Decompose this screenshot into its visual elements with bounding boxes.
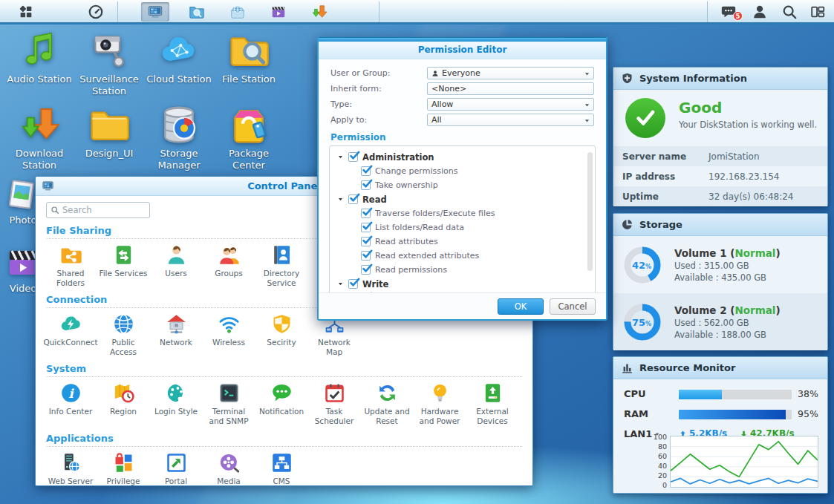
widget-title: Storage bbox=[639, 219, 682, 230]
field-value: All bbox=[431, 115, 442, 125]
field-control[interactable]: <None> bbox=[427, 82, 594, 95]
status-text: Good bbox=[679, 99, 722, 117]
taskbar-app-download-station[interactable] bbox=[305, 2, 333, 22]
cp-item-update-and-reset[interactable]: Update and Reset bbox=[362, 382, 411, 425]
desktop-icon[interactable]: File Station bbox=[214, 30, 284, 104]
info-label: Uptime bbox=[613, 192, 708, 202]
cp-item-privilege[interactable]: Privilege bbox=[99, 451, 148, 485]
permission-row[interactable]: Traverse folders/Execute files bbox=[330, 206, 595, 220]
permission-group-row[interactable]: Administration bbox=[330, 150, 595, 164]
cp-item-directory-service[interactable]: Directory Service bbox=[257, 243, 306, 287]
dashboard-button[interactable] bbox=[82, 2, 110, 22]
dialog-title: Permission Editor bbox=[319, 45, 606, 55]
item-icon bbox=[376, 382, 399, 405]
permission-tree: Administration Change permissions Take o… bbox=[329, 145, 596, 296]
cp-item-task-scheduler[interactable]: Task Scheduler bbox=[310, 382, 359, 425]
desktop-icon[interactable]: Surveillance Station bbox=[74, 30, 144, 104]
checkbox-checked[interactable] bbox=[348, 152, 358, 162]
dialog-footer: OK Cancel bbox=[319, 292, 606, 319]
checkbox-checked[interactable] bbox=[361, 223, 371, 232]
collapse-arrow-icon[interactable] bbox=[337, 154, 344, 160]
cp-item-info-center[interactable]: i Info Center bbox=[46, 382, 95, 425]
ok-button[interactable]: OK bbox=[498, 298, 544, 315]
desktop-icon[interactable]: Download Station bbox=[4, 104, 74, 178]
cp-item-region[interactable]: Region bbox=[99, 382, 148, 425]
field-control[interactable]: Allow bbox=[427, 98, 594, 111]
collapse-arrow-icon[interactable] bbox=[337, 196, 344, 203]
item-icon: i bbox=[59, 382, 82, 405]
item-label: Media Library bbox=[204, 477, 253, 485]
taskbar-app-package-center[interactable] bbox=[224, 2, 252, 22]
desktop-icon[interactable]: Storage Manager bbox=[144, 104, 214, 178]
pilot-view-icon bbox=[809, 4, 826, 20]
item-icon bbox=[323, 382, 346, 405]
permission-label: Read extended attributes bbox=[375, 251, 479, 261]
permission-row[interactable]: List folders/Read data bbox=[330, 220, 595, 235]
checkbox-checked[interactable] bbox=[348, 194, 358, 204]
item-label: Terminal and SNMP bbox=[204, 407, 253, 425]
dialog-titlebar[interactable]: Permission Editor bbox=[319, 42, 606, 59]
taskbar-search-button[interactable] bbox=[775, 2, 804, 22]
desktop-icon[interactable]: Audio Station bbox=[4, 30, 74, 104]
cp-item-wireless[interactable]: Wireless bbox=[204, 312, 253, 356]
cp-item-media-library[interactable]: Media Library bbox=[204, 451, 253, 485]
bar-chart-icon bbox=[621, 361, 633, 374]
volume-row: 75% Volume 2 (Normal) Used : 562.00 GB A… bbox=[613, 293, 827, 350]
permission-row[interactable]: Read attributes bbox=[330, 235, 595, 249]
cp-item-network[interactable]: Network bbox=[152, 312, 201, 356]
field-value: Allow bbox=[431, 99, 453, 109]
cp-item-login-style[interactable]: Login Style bbox=[152, 382, 201, 425]
y-tick-label: 0 bbox=[662, 481, 667, 489]
checkbox-checked[interactable] bbox=[361, 265, 371, 275]
desktop-icon[interactable]: Cloud Station bbox=[144, 30, 214, 104]
cp-item-groups[interactable]: Groups bbox=[204, 243, 253, 287]
permission-group-label: Administration bbox=[362, 152, 434, 163]
permission-group-row[interactable]: Read bbox=[330, 192, 595, 206]
taskbar-pilot-view-button[interactable] bbox=[804, 2, 832, 22]
cp-item-portal[interactable]: Portal bbox=[152, 451, 201, 485]
taskbar-app-video-station[interactable] bbox=[264, 2, 293, 22]
taskbar-notifications-button[interactable]: 5 bbox=[714, 2, 743, 22]
resource-monitor-widget: Resource Monitor LAN1 5.2KB/s 42.7KB/s 1… bbox=[613, 356, 828, 494]
search-input[interactable] bbox=[62, 205, 146, 215]
cp-item-cms[interactable]: CMS bbox=[257, 451, 306, 485]
cp-item-external-devices[interactable]: External Devices bbox=[468, 382, 517, 425]
desktop-icon[interactable]: Package Center bbox=[214, 104, 284, 178]
permission-group-row[interactable]: Write bbox=[330, 277, 595, 291]
cp-item-quickconnect[interactable]: QuickConnect bbox=[46, 312, 95, 356]
checkbox-checked[interactable] bbox=[361, 209, 371, 218]
checkbox-checked[interactable] bbox=[361, 251, 371, 261]
search-box[interactable] bbox=[46, 202, 150, 218]
cp-item-web-server[interactable]: Web Server bbox=[46, 451, 95, 485]
cp-item-shared-folders[interactable]: Shared Folders bbox=[46, 243, 95, 287]
field-control[interactable]: All bbox=[427, 114, 594, 126]
taskbar-app-control-panel[interactable] bbox=[141, 2, 169, 22]
cp-item-terminal-and-snmp[interactable]: Terminal and SNMP bbox=[204, 382, 253, 425]
main-menu-button[interactable] bbox=[12, 2, 40, 22]
permission-row[interactable]: Change permissions bbox=[330, 164, 595, 178]
y-tick-label: 60 bbox=[658, 452, 667, 460]
taskbar-app-file-station[interactable] bbox=[183, 2, 211, 22]
cp-item-users[interactable]: Users bbox=[152, 243, 201, 287]
scrollbar-thumb[interactable] bbox=[587, 152, 593, 271]
cp-item-secirity[interactable]: Secirity bbox=[257, 312, 306, 356]
cp-item-file-services[interactable]: File Services bbox=[99, 243, 148, 287]
cp-item-public-access[interactable]: Public Access bbox=[99, 312, 148, 356]
file-station-icon bbox=[189, 4, 205, 20]
item-icon bbox=[270, 451, 293, 474]
collapse-arrow-icon[interactable] bbox=[337, 281, 344, 287]
checkbox-checked[interactable] bbox=[348, 279, 358, 289]
cancel-button[interactable]: Cancel bbox=[550, 298, 596, 315]
taskbar-user-button[interactable] bbox=[746, 2, 774, 22]
cp-item-hardware-and-power[interactable]: Hardware and Power bbox=[415, 382, 464, 425]
permission-row[interactable]: Read permissions bbox=[330, 263, 595, 277]
checkbox-checked[interactable] bbox=[361, 166, 371, 176]
checkbox-checked[interactable] bbox=[361, 180, 371, 190]
checkbox-checked[interactable] bbox=[361, 237, 371, 246]
permission-row[interactable]: Read extended attributes bbox=[330, 249, 595, 263]
cp-item-notification[interactable]: Notification bbox=[257, 382, 306, 425]
permission-row[interactable]: Take ownership bbox=[330, 178, 595, 192]
permission-label: Read permissions bbox=[375, 265, 447, 275]
desktop-icon[interactable]: Design_UI bbox=[74, 104, 144, 178]
field-control[interactable]: Everyone bbox=[427, 67, 594, 79]
